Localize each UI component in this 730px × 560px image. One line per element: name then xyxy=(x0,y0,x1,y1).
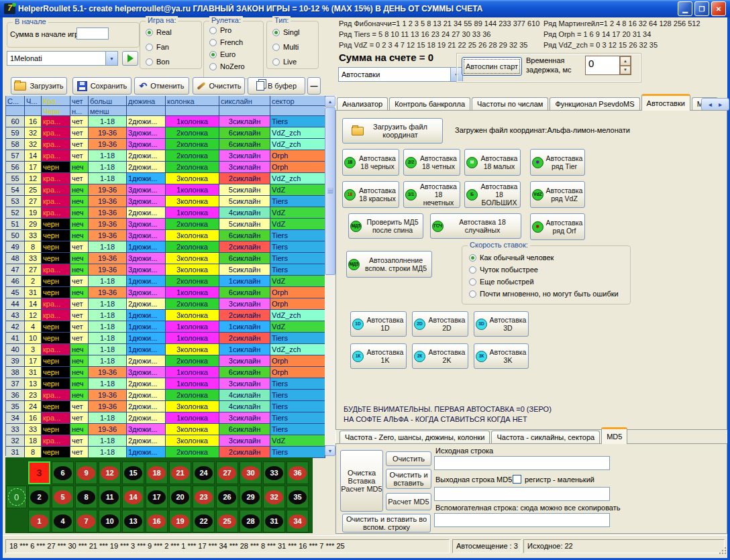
board-cell-7[interactable]: 7 xyxy=(75,510,97,533)
radio-fan[interactable]: Fan xyxy=(146,43,169,51)
table-row[interactable]: 5832кра...чет19-363дюжи...2колонка6сикла… xyxy=(6,139,325,150)
board-cell-16[interactable]: 16 xyxy=(146,510,168,533)
board-cell-36[interactable]: 36 xyxy=(286,461,309,484)
mode-combobox[interactable]: Автоставки ▼ xyxy=(338,67,463,82)
table-row[interactable]: 4312кра...чет1-181дюжи...3колонка2сиклай… xyxy=(6,310,325,321)
column-header[interactable]: больш xyxy=(89,96,127,106)
column-header[interactable]: дюжина xyxy=(127,96,166,106)
column-header[interactable] xyxy=(6,106,25,116)
column-header[interactable] xyxy=(219,106,270,116)
b18odd-button[interactable]: 1/1Автоставка 18 нечетных xyxy=(403,181,460,208)
radio-multi[interactable]: Multi xyxy=(272,43,299,51)
table-row[interactable]: 4414кра...чет1-182дюжи...2колонка3сиклай… xyxy=(6,298,325,310)
board-cell-23[interactable]: 23 xyxy=(193,486,215,508)
maximize-button[interactable]: ❐ xyxy=(694,1,709,16)
table-row[interactable]: 4727кра...неч19-363дюжи...3колонка5сикла… xyxy=(6,264,325,276)
column-header[interactable]: Кра... xyxy=(42,96,70,106)
freq-tab-частота-сиклайны-сектора[interactable]: Частота - сиклайны, сектора xyxy=(491,431,600,444)
b1d-button[interactable]: 1DАвтоставка 1D xyxy=(350,311,407,337)
column-header[interactable]: Черн xyxy=(42,106,70,116)
board-cell-35[interactable]: 35 xyxy=(286,486,309,508)
column-header[interactable] xyxy=(166,106,219,116)
board-cell-26[interactable]: 26 xyxy=(216,486,238,508)
board-cell-18[interactable]: 18 xyxy=(146,461,168,484)
board-cell-12[interactable]: 12 xyxy=(99,461,121,484)
tab-автоставки[interactable]: Автоставки xyxy=(641,94,690,111)
board-cell-6[interactable]: 6 xyxy=(52,461,74,484)
md5-output-input[interactable] xyxy=(434,487,610,501)
table-row[interactable]: 462чернчет1-181дюжи...2колонка1сиклайнVd… xyxy=(6,276,325,287)
delay-spinner[interactable]: 0 ▲▼ xyxy=(585,56,631,75)
table-row[interactable]: 403кра...неч1-181дюжи...3колонка1сиклайн… xyxy=(6,344,325,355)
column-header[interactable]: чет xyxy=(70,96,89,106)
table-row[interactable]: 424чернчет1-181дюжи...1колонка1сиклайнVd… xyxy=(6,321,325,333)
md5-clear-paste-button[interactable]: Очистить и вставить xyxy=(386,469,431,489)
md5-big-button[interactable]: Очистка Вставка Расчет MD5 xyxy=(340,450,383,512)
table-row[interactable]: 5714кра...чет1-182дюжи...2колонка3сиклай… xyxy=(6,150,325,162)
table-scroll-up[interactable]: ▲ xyxy=(325,96,335,107)
freq-tab-md5[interactable]: MD5 xyxy=(601,427,627,444)
radio-euro[interactable]: Euro xyxy=(209,50,236,58)
md5-case-checkbox[interactable] xyxy=(513,475,521,484)
b1k-button[interactable]: 1КАвтоставка 1K xyxy=(350,343,407,369)
b2d-button[interactable]: 2DАвтоставка 2D xyxy=(412,311,468,337)
board-cell-17[interactable]: 17 xyxy=(146,486,168,508)
board-cell-4[interactable]: 4 xyxy=(52,510,74,533)
tab-scroll-left-icon[interactable]: ◂ xyxy=(709,101,712,108)
board-cell-1[interactable]: 1 xyxy=(28,510,50,533)
column-header[interactable]: Ч... xyxy=(25,96,42,106)
bautofill-button[interactable]: МД5Автозаполнение вспом. строки МД5 xyxy=(346,251,432,278)
table-row[interactable]: 4531черннеч19-363дюжи...1колонка6сиклайн… xyxy=(6,287,325,298)
board-cell-13[interactable]: 13 xyxy=(122,510,144,533)
table-row[interactable]: 3524чернчет19-362дюжи...3колонка4сиклайн… xyxy=(6,401,325,412)
board-cell-33[interactable]: 33 xyxy=(263,461,285,484)
table-row[interactable]: 5617черннеч1-182дюжи...2колонка3сиклайнO… xyxy=(6,162,325,173)
bmd5check-button[interactable]: МД5Проверить МД5 после спина xyxy=(348,213,423,239)
clear-button[interactable]: Очистить xyxy=(193,77,245,95)
board-cell-15[interactable]: 15 xyxy=(122,461,144,484)
board-cell-5[interactable]: 5 xyxy=(52,486,74,508)
md5-source-input[interactable] xyxy=(434,456,610,470)
column-header[interactable]: сикслайн xyxy=(219,96,270,106)
table-row[interactable]: 5425кра...неч19-363дюжи...1колонка5сикла… xyxy=(6,184,325,196)
tab-scroll-right-icon[interactable]: ▸ xyxy=(719,101,722,108)
table-row[interactable]: 6016кра...чет1-182дюжи...1колонка3сиклай… xyxy=(6,116,325,127)
column-header[interactable]: менш xyxy=(89,106,127,116)
radio-чуток-побыстрее[interactable]: Чуток побыстрее xyxy=(469,266,538,274)
board-cell-0[interactable]: 0 xyxy=(6,486,27,508)
column-header[interactable]: сектор xyxy=(270,96,325,106)
table-row[interactable]: 4833черннеч19-363дюжи...3колонка6сиклайн… xyxy=(6,253,325,264)
column-header[interactable]: С... xyxy=(6,96,25,106)
column-header[interactable] xyxy=(270,106,325,116)
board-cell-14[interactable]: 14 xyxy=(122,486,144,508)
radio-french[interactable]: French xyxy=(209,38,243,46)
radio-pro[interactable]: Pro xyxy=(209,26,231,34)
b18even-button[interactable]: 2/2Автоставка 18 четных xyxy=(403,149,460,176)
spinner-down-icon[interactable]: ▼ xyxy=(620,66,631,75)
save-button[interactable]: Сохранить xyxy=(72,77,132,95)
radio-как-обычный-человек[interactable]: Как обычный человек xyxy=(469,254,554,262)
board-cell-2[interactable]: 2 xyxy=(28,486,50,508)
btier-button[interactable]: ✱Автоставка ряд Tier xyxy=(530,149,585,176)
table-row[interactable]: 3713черннеч1-182дюжи...1колонка3сиклайнT… xyxy=(6,378,325,390)
table-row[interactable]: 5932кра...чет19-363дюжи...2колонка6сикла… xyxy=(6,127,325,139)
board-cell-27[interactable]: 27 xyxy=(216,461,238,484)
board-cell-30[interactable]: 30 xyxy=(240,461,262,484)
chevron-down-icon[interactable]: ▼ xyxy=(105,52,117,65)
table-row[interactable]: 318чернчет1-181дюжи...2колонка2сиклайнTi… xyxy=(6,447,325,458)
table-scroll-thumb[interactable] xyxy=(325,107,335,275)
borf-button[interactable]: ✱Автоставка ряд Orf xyxy=(530,213,585,240)
table-row[interactable]: 3218кра...чет1-182дюжи...3колонка3сиклай… xyxy=(6,435,325,447)
load-button[interactable]: Загрузить xyxy=(11,77,67,95)
profile-combobox[interactable]: 1Melonati ▼ xyxy=(7,51,118,66)
radio-real[interactable]: Real xyxy=(146,28,172,36)
board-cell-22[interactable]: 22 xyxy=(193,510,215,533)
board-cell-34[interactable]: 34 xyxy=(286,510,309,533)
board-cell-29[interactable]: 29 xyxy=(240,486,262,508)
tab-контроль-банкролла[interactable]: Контроль банкролла xyxy=(389,97,470,111)
md5-calc-button[interactable]: Расчет MD5 xyxy=(386,493,431,510)
board-cell-19[interactable]: 19 xyxy=(169,510,191,533)
table-row[interactable]: 3917черннеч1-182дюжи...2колонка3сиклайнO… xyxy=(6,355,325,367)
board-cell-32[interactable]: 32 xyxy=(263,486,285,508)
copy-to-buffer-button[interactable]: В буфер xyxy=(248,77,305,95)
